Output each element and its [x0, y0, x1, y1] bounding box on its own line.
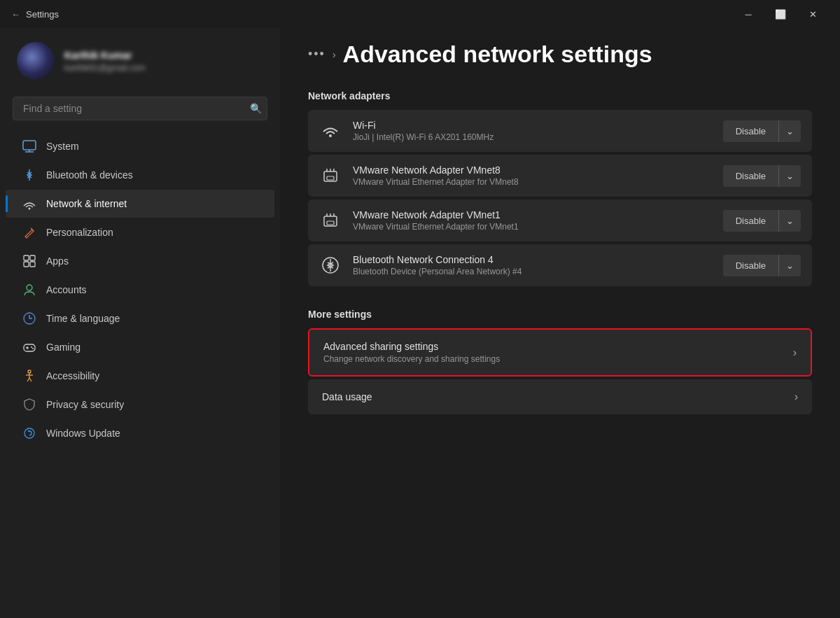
svg-rect-6 [24, 255, 29, 260]
disable-button[interactable]: Disable [723, 165, 778, 187]
ethernet-icon [319, 164, 342, 187]
adapter-item: Wi-Fi JioJi | Intel(R) Wi-Fi 6 AX201 160… [308, 110, 812, 152]
svg-point-4 [29, 208, 31, 210]
breadcrumb-arrow: › [332, 49, 336, 60]
expand-button[interactable]: ⌄ [778, 255, 801, 276]
wifi-icon [319, 120, 342, 142]
sidebar-item-accessibility[interactable]: Accessibility [6, 362, 274, 390]
sidebar-item-label-system: System [46, 141, 79, 152]
sidebar-item-network[interactable]: Network & internet [6, 190, 274, 218]
titlebar-controls: ─ ⬜ ✕ [732, 3, 829, 24]
adapter-info: Bluetooth Network Connection 4 Bluetooth… [353, 254, 712, 276]
settings-row-title: Data usage [322, 391, 794, 402]
disable-button[interactable]: Disable [723, 255, 778, 276]
chevron-right-icon: › [794, 391, 798, 403]
expand-button[interactable]: ⌄ [778, 165, 801, 187]
svg-point-17 [31, 346, 32, 348]
adapter-info: Wi-Fi JioJi | Intel(R) Wi-Fi 6 AX201 160… [353, 120, 712, 142]
maximize-button[interactable]: ⬜ [764, 3, 797, 24]
sidebar-item-label-personalization: Personalization [46, 227, 113, 238]
accessibility-icon [22, 369, 36, 383]
svg-rect-8 [24, 262, 29, 267]
svg-line-23 [29, 378, 31, 381]
sidebar-item-apps[interactable]: Apps [6, 247, 274, 275]
svg-point-24 [24, 428, 34, 438]
content-area: ••• › Advanced network settings Network … [280, 28, 840, 618]
settings-row-info: Advanced sharing settings Change network… [323, 341, 793, 364]
system-icon [22, 139, 36, 153]
settings-row-desc: Change network discovery and sharing set… [323, 354, 793, 364]
sidebar-item-bluetooth[interactable]: Bluetooth & devices [6, 161, 274, 189]
adapter-info: VMware Network Adapter VMnet1 VMware Vir… [353, 209, 712, 232]
privacy-icon [22, 398, 36, 412]
user-name: Karthik Kumar [64, 50, 146, 61]
user-section: Karthik Kumar karthik91@gmail.com [0, 28, 280, 91]
ethernet-icon [319, 209, 342, 232]
sidebar-item-label-gaming: Gaming [46, 342, 80, 353]
svg-rect-7 [30, 255, 35, 260]
bluetooth-net-icon [319, 254, 342, 276]
adapter-item: VMware Network Adapter VMnet1 VMware Vir… [308, 199, 812, 241]
sidebar-item-label-network: Network & internet [46, 198, 127, 209]
more-settings-label: More settings [308, 309, 812, 320]
sidebar-item-label-update: Windows Update [46, 428, 120, 439]
network-icon [22, 197, 36, 211]
settings-row[interactable]: Data usage › [308, 379, 812, 414]
search-input[interactable] [13, 97, 267, 120]
disable-button[interactable]: Disable [723, 210, 778, 232]
svg-rect-14 [24, 344, 35, 351]
search-box: 🔍 [13, 97, 267, 120]
adapter-actions: Disable ⌄ [723, 165, 801, 187]
titlebar-left: ← Settings [11, 9, 59, 20]
sidebar-item-time[interactable]: Time & language [6, 304, 274, 332]
adapter-name: Wi-Fi [353, 120, 712, 131]
sidebar-item-label-accessibility: Accessibility [46, 370, 99, 381]
svg-point-19 [28, 370, 31, 373]
adapter-item: VMware Network Adapter VMnet8 VMware Vir… [308, 155, 812, 197]
sidebar-item-update[interactable]: Windows Update [6, 419, 274, 447]
back-icon[interactable]: ← [11, 9, 20, 20]
adapter-desc: VMware Virtual Ethernet Adapter for VMne… [353, 222, 712, 232]
sidebar: Karthik Kumar karthik91@gmail.com 🔍 Syst… [0, 28, 280, 618]
svg-point-18 [32, 348, 34, 349]
sidebar-item-label-bluetooth: Bluetooth & devices [46, 169, 133, 181]
user-email: karthik91@gmail.com [64, 63, 146, 73]
breadcrumb-dots[interactable]: ••• [308, 47, 326, 62]
more-settings-list: Advanced sharing settings Change network… [308, 328, 812, 414]
sidebar-item-label-privacy: Privacy & security [46, 399, 124, 410]
gaming-icon [22, 340, 36, 354]
svg-point-10 [27, 285, 32, 290]
main-layout: Karthik Kumar karthik91@gmail.com 🔍 Syst… [0, 28, 840, 618]
adapter-desc: Bluetooth Device (Personal Area Network)… [353, 267, 712, 276]
close-button[interactable]: ✕ [797, 3, 829, 24]
sidebar-item-personalization[interactable]: Personalization [6, 218, 274, 246]
expand-button[interactable]: ⌄ [778, 210, 801, 232]
time-icon [22, 311, 36, 325]
user-info: Karthik Kumar karthik91@gmail.com [64, 50, 146, 73]
svg-rect-30 [327, 176, 334, 180]
adapter-actions: Disable ⌄ [723, 255, 801, 276]
search-button[interactable]: 🔍 [250, 103, 262, 114]
adapter-actions: Disable ⌄ [723, 210, 801, 232]
disable-button[interactable]: Disable [723, 120, 778, 142]
personalization-icon [22, 225, 36, 239]
adapter-name: VMware Network Adapter VMnet1 [353, 209, 712, 220]
minimize-button[interactable]: ─ [732, 3, 764, 24]
sidebar-item-accounts[interactable]: Accounts [6, 276, 274, 304]
expand-button[interactable]: ⌄ [778, 120, 801, 142]
titlebar-title: Settings [26, 9, 59, 20]
adapter-info: VMware Network Adapter VMnet8 VMware Vir… [353, 164, 712, 187]
settings-row-title: Advanced sharing settings [323, 341, 793, 352]
sidebar-item-gaming[interactable]: Gaming [6, 333, 274, 361]
svg-rect-35 [327, 221, 334, 225]
sidebar-item-label-apps: Apps [46, 255, 69, 267]
sidebar-item-privacy[interactable]: Privacy & security [6, 391, 274, 419]
settings-row[interactable]: Advanced sharing settings Change network… [308, 328, 812, 377]
accounts-icon [22, 283, 36, 297]
adapter-name: Bluetooth Network Connection 4 [353, 254, 712, 265]
avatar[interactable] [17, 42, 55, 80]
sidebar-item-system[interactable]: System [6, 132, 274, 160]
svg-line-22 [27, 378, 29, 381]
chevron-right-icon: › [793, 346, 797, 359]
svg-rect-9 [30, 262, 35, 267]
